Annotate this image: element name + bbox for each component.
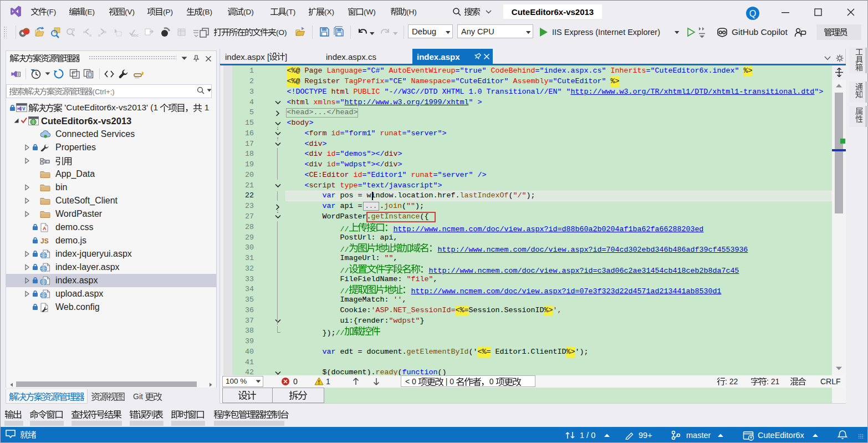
svg-text:JS: JS [40, 237, 49, 245]
svg-text:abc: abc [131, 33, 139, 38]
svg-text:A: A [43, 226, 47, 231]
svg-text:Q: Q [749, 9, 756, 18]
